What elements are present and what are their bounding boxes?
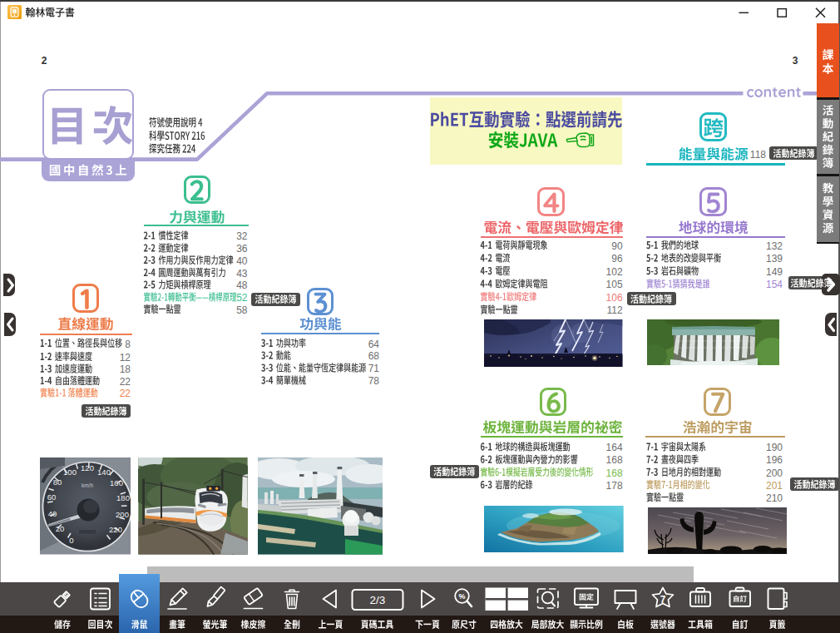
svg-text:60: 60 — [47, 492, 57, 502]
svg-text:20: 20 — [56, 524, 65, 533]
svg-text:0: 0 — [69, 536, 73, 545]
svg-text:km/h: km/h — [82, 482, 93, 488]
svg-text:220: 220 — [109, 525, 122, 534]
svg-text:140: 140 — [97, 467, 111, 477]
svg-text:180: 180 — [116, 493, 130, 502]
svg-text:120: 120 — [81, 463, 94, 472]
svg-text:%: % — [458, 592, 465, 601]
svg-text:2/3: 2/3 — [370, 594, 386, 606]
svg-text:200: 200 — [116, 510, 129, 519]
svg-text:80: 80 — [53, 477, 62, 487]
svg-text:40: 40 — [48, 509, 57, 518]
svg-text:160: 160 — [110, 478, 123, 487]
svg-text:100: 100 — [63, 467, 77, 477]
svg-text:7: 7 — [660, 594, 666, 606]
